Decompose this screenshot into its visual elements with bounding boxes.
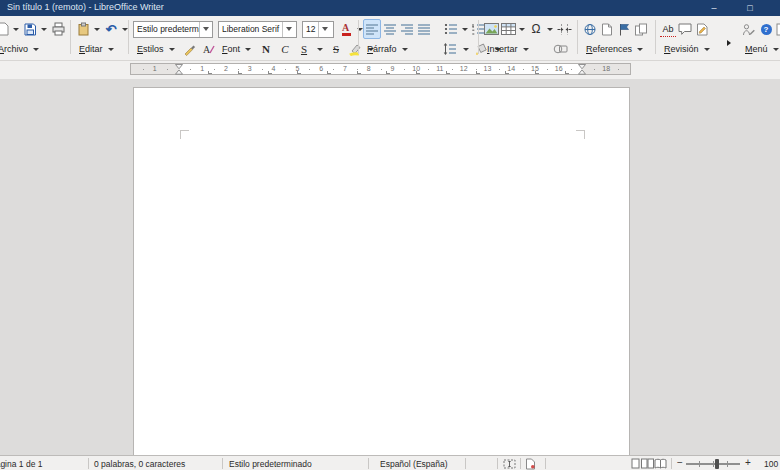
shapes-icon[interactable] [553, 40, 569, 58]
sign-document-icon[interactable] [741, 20, 757, 38]
combo-arrow-icon[interactable] [318, 22, 331, 37]
page-style[interactable]: Estilo predeterminado [229, 459, 312, 469]
align-left-button[interactable] [363, 19, 381, 39]
footnote-page-icon[interactable] [599, 20, 615, 38]
text-boundary-corner [576, 130, 585, 139]
menu-references[interactable]: References [584, 44, 647, 54]
combo-arrow-icon[interactable] [282, 22, 295, 37]
partial-icon[interactable] [775, 20, 780, 38]
zoom-tick [727, 461, 728, 467]
word-count[interactable]: 0 palabras, 0 caracteres [94, 459, 185, 469]
ruler-number: 2 [224, 65, 228, 72]
maximize-button[interactable]: □ [734, 0, 766, 16]
ruler-tick [167, 69, 168, 70]
right-indent-marker[interactable] [578, 64, 586, 75]
strikethrough-button[interactable]: S [328, 40, 344, 58]
page[interactable] [133, 87, 630, 470]
separator [671, 458, 672, 469]
insert-break-icon[interactable] [556, 20, 572, 38]
ruler[interactable]: 11234567891011121314151618 [130, 63, 631, 75]
line-spacing-dropdown[interactable] [463, 48, 469, 51]
help-icon[interactable]: ? [758, 20, 774, 38]
combo-arrow-icon[interactable] [199, 22, 212, 37]
insert-image-icon[interactable] [483, 20, 499, 38]
new-document-dropdown[interactable] [13, 28, 19, 31]
ruler-number: 18 [602, 65, 610, 72]
chevron-down-icon [704, 48, 710, 51]
chevron-down-icon [33, 48, 39, 51]
separator [478, 20, 479, 54]
separator [128, 20, 129, 54]
align-right-button[interactable] [399, 20, 415, 38]
font-color-icon[interactable]: A [338, 20, 354, 38]
menu-editar[interactable]: Editar [77, 44, 118, 54]
bullet-list-icon[interactable] [443, 20, 459, 38]
close-button[interactable]: ✕ [772, 0, 780, 16]
menu-main[interactable]: Menú [743, 44, 780, 54]
zoom-in-button[interactable]: + [745, 457, 751, 468]
special-character-dropdown[interactable] [547, 28, 553, 31]
page-count[interactable]: Página 1 de 1 [0, 459, 42, 469]
italic-button[interactable]: C [277, 40, 293, 58]
save-dropdown[interactable] [41, 28, 47, 31]
minimize-button[interactable]: – [698, 0, 730, 16]
menu-estilos[interactable]: Estilos [135, 44, 179, 54]
selection-mode-icon[interactable] [503, 459, 516, 469]
undo-icon[interactable]: ↶ [103, 20, 119, 38]
zoom-slider[interactable] [686, 463, 740, 465]
line-spacing-icon[interactable] [442, 40, 458, 58]
menu-parrafo[interactable]: Párrafo [365, 44, 412, 54]
track-changes-icon[interactable] [694, 20, 710, 38]
highlight-color-icon[interactable] [347, 40, 363, 58]
ruler-number: 9 [390, 65, 394, 72]
insert-table-icon[interactable] [500, 20, 516, 38]
print-icon[interactable] [50, 20, 66, 38]
align-center-button[interactable] [382, 20, 398, 38]
character-highlight-icon[interactable]: A [201, 40, 217, 58]
toolbar-overflow-icon[interactable] [727, 40, 731, 46]
paste-icon[interactable] [75, 20, 91, 38]
bookmark-flag-icon[interactable] [616, 20, 632, 38]
new-document-icon[interactable] [0, 20, 10, 38]
justify-button[interactable] [416, 20, 432, 38]
group-font: Liberation Serif 12 A Font N C S [218, 18, 376, 58]
font-name-combo[interactable]: Liberation Serif [218, 21, 297, 38]
bullet-list-dropdown[interactable] [462, 28, 468, 31]
chevron-down-icon [245, 48, 251, 51]
cross-reference-icon[interactable] [633, 20, 649, 38]
font-size-combo[interactable]: 12 [302, 21, 334, 38]
svg-text:A: A [203, 44, 211, 55]
insert-table-dropdown[interactable] [519, 28, 525, 31]
comment-icon[interactable] [677, 20, 693, 38]
save-status-icon[interactable] [525, 458, 536, 470]
text-language[interactable]: Español (España) [380, 459, 448, 469]
bold-button[interactable]: N [258, 40, 274, 58]
zoom-out-button[interactable]: − [677, 457, 683, 468]
document-area[interactable] [0, 79, 780, 455]
spellcheck-icon[interactable]: Ab [660, 22, 676, 37]
zoom-slider-handle[interactable] [715, 459, 719, 469]
paste-dropdown[interactable] [94, 28, 100, 31]
separator [545, 458, 546, 469]
text-boundary-corner [180, 130, 189, 139]
hyperlink-icon[interactable] [582, 20, 598, 38]
tab-stop-mark [268, 71, 272, 74]
tab-stop-mark [505, 71, 509, 74]
underline-dropdown[interactable] [317, 48, 323, 51]
underline-button[interactable]: S [296, 40, 312, 58]
menu-revision[interactable]: Revisión [662, 44, 714, 54]
zoom-level[interactable]: 100 % [764, 459, 780, 469]
ruler-tick [309, 69, 310, 70]
book-view-icon[interactable] [654, 458, 667, 469]
paragraph-style-combo[interactable]: Estilo predeterminado [133, 21, 213, 38]
single-page-view-icon[interactable] [631, 458, 640, 469]
menu-insertar[interactable]: Insertar [485, 44, 533, 54]
chevron-down-icon [773, 48, 779, 51]
special-character-icon[interactable]: Ω [528, 20, 544, 38]
multi-page-view-icon[interactable] [641, 458, 654, 469]
menu-font[interactable]: Font [220, 44, 255, 54]
menu-archivo[interactable]: Archivo [0, 44, 43, 54]
clone-formatting-icon[interactable] [182, 40, 198, 58]
save-icon[interactable] [22, 20, 38, 38]
left-indent-marker[interactable] [175, 64, 183, 75]
